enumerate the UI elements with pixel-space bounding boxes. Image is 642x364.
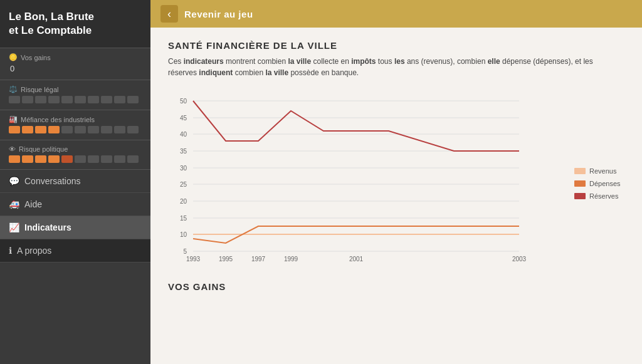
bar-cell	[88, 126, 99, 133]
scale-icon: ⚖️	[9, 85, 18, 93]
depenses-label: Dépenses	[589, 180, 621, 187]
svg-text:25: 25	[180, 181, 187, 188]
chart-container: 50 45 40 35 30 25 20 15	[168, 88, 624, 266]
bar-cell	[22, 126, 33, 133]
gains-section: 🪙 Vos gains 0	[0, 48, 150, 80]
bar-cell	[101, 155, 112, 163]
app-title: Le Bon, La Bruteet Le Comptable	[0, 0, 150, 48]
aide-icon: 🚑	[9, 199, 19, 209]
svg-text:20: 20	[180, 198, 187, 205]
apropos-label: A propos	[17, 246, 51, 256]
main-content: ‹ Revenir au jeu SANTÉ FINANCIÈRE DE LA …	[150, 0, 642, 364]
bar-cell	[9, 126, 20, 133]
sidebar-item-indicateurs[interactable]: 📈 Indicateurs	[0, 216, 150, 239]
sidebar-item-apropos[interactable]: ℹ A propos	[0, 239, 150, 263]
legend-reserves: Réserves	[574, 192, 624, 200]
chart-section-desc: Ces indicateurs montrent combien la vill…	[168, 56, 594, 78]
gains-icon: 🪙	[9, 53, 18, 61]
mefiance-section: 🏭 Méfiance des industriels	[0, 110, 150, 140]
bar-cell	[48, 155, 60, 163]
apropos-icon: ℹ	[9, 246, 12, 256]
factory-icon: 🏭	[9, 115, 18, 123]
bar-cell	[9, 96, 20, 103]
conversations-label: Conversations	[24, 176, 81, 186]
mefiance-bar	[9, 126, 142, 133]
bar-cell	[114, 126, 125, 133]
financial-chart: 50 45 40 35 30 25 20 15	[168, 88, 564, 266]
gains-value: 0	[9, 64, 142, 73]
topbar-title: Revenir au jeu	[184, 9, 253, 19]
indicateurs-icon: 📈	[9, 222, 19, 232]
reserves-line	[193, 101, 519, 151]
bar-cell	[114, 96, 125, 103]
svg-text:1995: 1995	[219, 256, 233, 263]
bar-cell	[61, 96, 73, 103]
bar-cell	[101, 96, 112, 103]
bar-cell	[75, 96, 86, 103]
topbar: ‹ Revenir au jeu	[150, 0, 642, 28]
sidebar: Le Bon, La Bruteet Le Comptable 🪙 Vos ga…	[0, 0, 150, 364]
reserves-swatch	[574, 193, 586, 199]
chart-legend: Revenus Dépenses Réserves	[574, 88, 624, 266]
gains-section-title: VOS GAINS	[168, 281, 624, 292]
bar-cell	[127, 126, 139, 133]
bar-cell	[48, 96, 60, 103]
bar-cell	[48, 126, 60, 133]
svg-text:50: 50	[180, 98, 187, 105]
bar-cell	[88, 96, 99, 103]
conversations-icon: 💬	[9, 176, 19, 186]
depenses-swatch	[574, 180, 586, 187]
reserves-label: Réserves	[589, 192, 618, 200]
svg-text:2001: 2001	[349, 256, 364, 263]
svg-text:10: 10	[180, 231, 187, 238]
svg-text:30: 30	[180, 165, 187, 172]
bar-cell	[114, 155, 125, 163]
content-area: SANTÉ FINANCIÈRE DE LA VILLE Ces indicat…	[150, 28, 642, 364]
revenus-swatch	[574, 168, 586, 174]
bar-cell	[101, 126, 112, 133]
svg-text:1999: 1999	[284, 256, 298, 263]
bar-cell	[35, 155, 46, 163]
mefiance-label: 🏭 Méfiance des industriels	[9, 115, 142, 123]
bar-cell	[88, 155, 99, 163]
bar-cell	[75, 155, 86, 163]
bar-cell	[22, 155, 33, 163]
risque-legal-section: ⚖️ Risque légal	[0, 80, 150, 110]
bar-cell	[75, 126, 86, 133]
risque-politique-bar	[9, 155, 142, 163]
legend-depenses: Dépenses	[574, 180, 624, 187]
risque-legal-label: ⚖️ Risque légal	[9, 85, 142, 93]
chart-svg: 50 45 40 35 30 25 20 15	[168, 88, 532, 264]
bar-cell	[127, 155, 139, 163]
svg-text:15: 15	[180, 215, 187, 222]
bar-cell	[61, 126, 73, 133]
sidebar-item-conversations[interactable]: 💬 Conversations	[0, 170, 150, 193]
bar-cell	[22, 96, 33, 103]
svg-text:45: 45	[180, 115, 187, 122]
bar-cell	[61, 155, 73, 163]
risque-legal-bar	[9, 96, 142, 103]
risque-politique-label: 👁 Risque politique	[9, 145, 142, 153]
svg-text:1993: 1993	[186, 256, 201, 263]
svg-text:35: 35	[180, 148, 187, 155]
bar-cell	[35, 96, 46, 103]
revenus-label: Revenus	[589, 167, 616, 175]
svg-text:1997: 1997	[251, 256, 266, 263]
back-button[interactable]: ‹	[160, 5, 178, 23]
sidebar-item-aide[interactable]: 🚑 Aide	[0, 193, 150, 216]
svg-text:5: 5	[183, 248, 187, 255]
chart-section-title: SANTÉ FINANCIÈRE DE LA VILLE	[168, 40, 624, 51]
aide-label: Aide	[24, 199, 42, 209]
svg-text:2003: 2003	[512, 256, 527, 263]
bar-cell	[127, 96, 139, 103]
gains-label: 🪙 Vos gains	[9, 53, 142, 61]
bar-cell	[9, 155, 20, 163]
indicateurs-label: Indicateurs	[24, 222, 71, 232]
bar-cell	[35, 126, 46, 133]
svg-text:40: 40	[180, 131, 187, 138]
sidebar-nav: 💬 Conversations 🚑 Aide 📈 Indicateurs ℹ A…	[0, 170, 150, 364]
legend-revenus: Revenus	[574, 167, 624, 175]
risque-politique-section: 👁 Risque politique	[0, 140, 150, 170]
eye-icon: 👁	[9, 145, 16, 153]
